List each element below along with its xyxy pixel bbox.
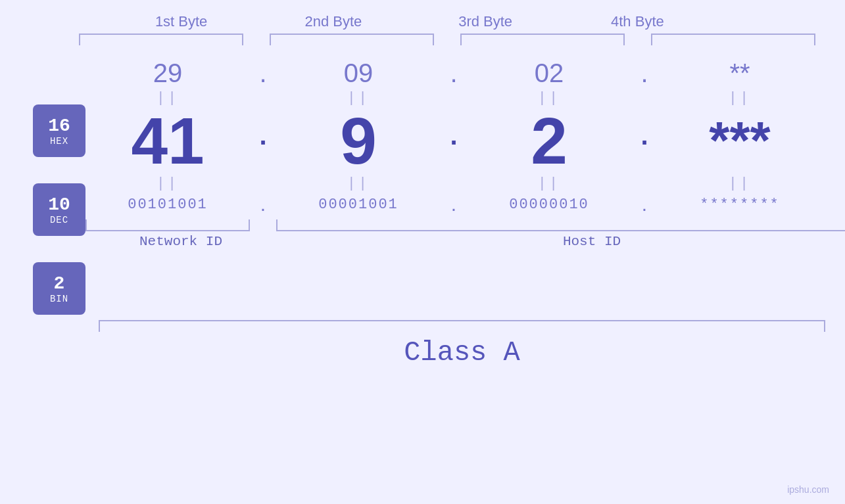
sep-b1: || bbox=[85, 175, 250, 192]
sep-b4: || bbox=[658, 175, 822, 192]
bin-row: 00101001 . 00001001 . 00000010 . bbox=[85, 193, 845, 216]
bin-dot-3: . bbox=[631, 193, 658, 216]
id-labels-row: Network ID Host ID bbox=[85, 234, 845, 249]
bracket-top-4 bbox=[651, 34, 815, 45]
bin-badge-label: BIN bbox=[50, 294, 68, 304]
byte1-header: 1st Byte bbox=[116, 13, 247, 30]
class-area: Class A bbox=[99, 320, 825, 369]
dec-dot-2: . bbox=[441, 121, 467, 160]
dec-dot-1: . bbox=[250, 121, 276, 160]
dec-badge: 10 DEC bbox=[33, 183, 85, 236]
byte3-header: 3rd Byte bbox=[420, 13, 551, 30]
sep-b2: || bbox=[276, 175, 441, 192]
bin-b3: 00000010 bbox=[467, 196, 631, 213]
hex-badge: 16 HEX bbox=[33, 104, 85, 157]
bottom-brackets-row bbox=[85, 219, 845, 231]
hex-row: 29 . 09 . 02 . ** bbox=[85, 58, 845, 88]
sep-b3: || bbox=[467, 175, 631, 192]
class-bracket bbox=[99, 320, 825, 332]
bracket-top-2 bbox=[270, 34, 434, 45]
hex-badge-label: HEX bbox=[50, 136, 68, 147]
hex-b2: 09 bbox=[276, 58, 441, 88]
badges-column: 16 HEX 10 DEC 2 BIN bbox=[33, 104, 85, 315]
byte4-header: 4th Byte bbox=[571, 13, 703, 30]
bin-dot-2: . bbox=[441, 193, 467, 216]
bin-b1: 00101001 bbox=[85, 196, 250, 213]
hex-dot-2: . bbox=[441, 58, 467, 88]
bytes-grid: 29 . 09 . 02 . ** bbox=[85, 52, 845, 249]
dec-badge-label: DEC bbox=[50, 215, 68, 225]
byte2-header: 2nd Byte bbox=[268, 13, 399, 30]
hex-dot-3: . bbox=[631, 58, 658, 88]
hex-b4: ** bbox=[658, 58, 822, 88]
hex-b1: 29 bbox=[85, 58, 250, 88]
hex-dot-1: . bbox=[250, 58, 276, 88]
dec-b3: 2 bbox=[467, 108, 631, 173]
bin-b4: ******** bbox=[658, 196, 822, 213]
bin-badge: 2 BIN bbox=[33, 262, 85, 315]
main-area: 16 HEX 10 DEC 2 BIN 29 . bbox=[0, 52, 845, 315]
sep-4: || bbox=[658, 90, 822, 106]
sep-dec-bin: || || || || bbox=[85, 173, 845, 193]
class-label: Class A bbox=[404, 337, 519, 369]
bracket-bottom-1 bbox=[85, 219, 250, 231]
network-id-label: Network ID bbox=[85, 234, 276, 249]
watermark: ipshu.com bbox=[787, 484, 829, 495]
top-brackets bbox=[0, 34, 845, 45]
main-container: 1st Byte 2nd Byte 3rd Byte 4th Byte 16 H… bbox=[0, 0, 845, 504]
bracket-top-1 bbox=[79, 34, 243, 45]
bin-b2: 00001001 bbox=[276, 196, 441, 213]
hex-b3: 02 bbox=[467, 58, 631, 88]
byte-headers: 1st Byte 2nd Byte 3rd Byte 4th Byte bbox=[0, 13, 845, 30]
bin-badge-number: 2 bbox=[54, 273, 65, 294]
host-id-label: Host ID bbox=[276, 234, 845, 249]
dec-b1: 41 bbox=[85, 108, 250, 173]
bracket-bottom-234 bbox=[276, 219, 845, 231]
dec-row: 41 . 9 . 2 . *** bbox=[85, 108, 845, 173]
bin-dot-1: . bbox=[250, 193, 276, 216]
dec-b2: 9 bbox=[276, 108, 441, 173]
bracket-top-3 bbox=[460, 34, 625, 45]
hex-badge-number: 16 bbox=[48, 116, 70, 136]
dec-badge-number: 10 bbox=[48, 195, 70, 215]
dec-b4: *** bbox=[658, 114, 822, 167]
dec-dot-3: . bbox=[631, 121, 658, 160]
